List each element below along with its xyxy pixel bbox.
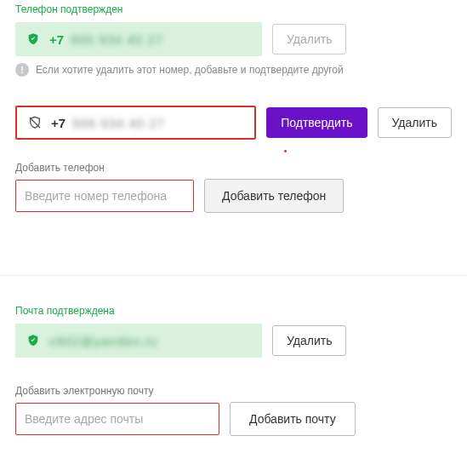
add-phone-input[interactable] (15, 180, 194, 212)
add-email-label: Добавить электронную почту (15, 385, 452, 397)
add-phone-label: Добавить телефон (15, 162, 452, 174)
add-email-button[interactable]: Добавить почту (230, 402, 356, 436)
phone-unconfirmed-chip: +7 906 934 40 27 (15, 106, 256, 140)
svg-line-0 (30, 118, 40, 128)
add-email-row: Добавить почту (15, 402, 452, 436)
section-divider (0, 275, 467, 276)
add-phone-row: Добавить телефон (15, 179, 452, 213)
phone-prefix: +7 (49, 32, 64, 47)
email-section: Почта подтверждена v902@yandex.ru Удалит… (0, 301, 467, 460)
phone-masked: 906 934 40 27 (72, 116, 165, 130)
confirm-phone-button[interactable]: Подтвердить (266, 107, 367, 138)
delete-email-button[interactable]: Удалить (272, 325, 346, 356)
delete-confirmed-phone-button: Удалить (272, 24, 346, 54)
shield-check-icon (26, 333, 41, 348)
email-confirmed-row: v902@yandex.ru Удалить (15, 324, 452, 358)
error-dot-icon (284, 150, 287, 152)
email-masked: v902@yandex.ru (49, 334, 158, 348)
shield-off-icon (27, 115, 43, 130)
phone-confirmed-status: Телефон подтвержден (15, 3, 452, 15)
email-confirmed-status: Почта подтверждена (15, 305, 452, 317)
phone-confirmed-row: +7 905 934 40 27 Удалить (15, 22, 452, 56)
phone-section: Телефон подтвержден +7 905 934 40 27 Уда… (0, 0, 467, 237)
delete-unconfirmed-phone-button[interactable]: Удалить (378, 107, 452, 138)
add-phone-button[interactable]: Добавить телефон (204, 179, 344, 213)
email-confirmed-chip: v902@yandex.ru (15, 324, 262, 358)
phone-confirmed-chip: +7 905 934 40 27 (15, 22, 262, 56)
hint-text: Если хотите удалить этот номер, добавьте… (36, 64, 344, 76)
phone-unconfirmed-row: +7 906 934 40 27 Подтвердить Удалить (15, 106, 452, 140)
phone-masked: 905 934 40 27 (71, 32, 163, 47)
info-icon: ! (15, 63, 29, 77)
add-email-input[interactable] (15, 403, 219, 435)
shield-check-icon (26, 32, 41, 47)
delete-phone-hint: ! Если хотите удалить этот номер, добавь… (15, 63, 452, 77)
phone-prefix: +7 (51, 116, 65, 130)
